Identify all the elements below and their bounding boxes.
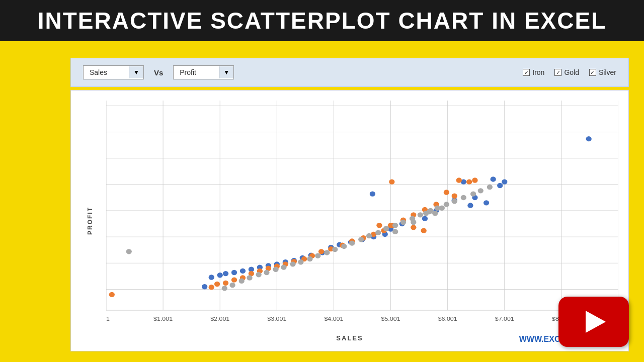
svg-text:$7,001: $7,001	[495, 315, 514, 321]
svg-point-140	[478, 188, 484, 193]
svg-point-120	[307, 256, 312, 261]
svg-point-43	[467, 203, 473, 208]
svg-text:$2,001: $2,001	[210, 315, 229, 321]
svg-text:$6,001: $6,001	[438, 315, 457, 321]
content-wrapper: Sales ▼ Vs Profit ▼ ✓ Iron ✓ Gold ✓ Silv…	[70, 58, 629, 352]
x-axis-value: Sales	[84, 66, 129, 79]
x-axis-arrow[interactable]: ▼	[129, 66, 143, 78]
svg-point-112	[239, 279, 245, 284]
vs-label: Vs	[152, 68, 165, 77]
svg-point-66	[217, 273, 223, 278]
control-panel: Sales ▼ Vs Profit ▼ ✓ Iron ✓ Gold ✓ Silv…	[70, 58, 629, 87]
svg-point-45	[422, 216, 428, 221]
svg-point-99	[444, 190, 449, 195]
svg-point-100	[456, 177, 462, 183]
svg-point-126	[358, 237, 364, 242]
svg-point-68	[202, 284, 207, 289]
title-bar: INTERACTIVE SCATTERPLOT CHART IN EXCEL	[0, 0, 644, 41]
svg-point-139	[470, 191, 476, 196]
gold-label: Gold	[564, 68, 579, 76]
svg-point-133	[418, 212, 423, 217]
svg-point-137	[452, 199, 457, 204]
y-axis-label: PROFIT	[87, 207, 94, 235]
svg-point-128	[375, 230, 381, 235]
svg-point-146	[439, 206, 445, 211]
y-axis-arrow[interactable]: ▼	[219, 66, 233, 78]
svg-point-107	[411, 225, 416, 230]
svg-point-127	[366, 233, 372, 238]
svg-point-118	[290, 261, 295, 266]
svg-point-76	[223, 281, 228, 286]
svg-point-136	[444, 202, 449, 207]
gold-checkbox[interactable]: ✓	[554, 69, 561, 76]
silver-checkbox[interactable]: ✓	[589, 69, 596, 76]
svg-point-75	[214, 282, 220, 287]
svg-point-74	[209, 285, 214, 290]
scatter-chart: $401.0 $351.0 $301.0 $251.0 $201.0 $151.…	[106, 101, 618, 321]
svg-point-121	[315, 253, 320, 258]
svg-point-108	[452, 194, 457, 199]
svg-point-122	[324, 250, 330, 255]
svg-point-110	[222, 286, 227, 291]
y-axis-value: Profit	[174, 66, 219, 79]
svg-point-70	[502, 179, 507, 184]
page-title: INTERACTIVE SCATTERPLOT CHART IN EXCEL	[38, 7, 607, 34]
svg-text:$1: $1	[106, 315, 110, 321]
svg-point-116	[273, 267, 278, 272]
svg-point-124	[341, 244, 347, 249]
svg-point-77	[231, 277, 237, 282]
x-axis-label: SALES	[336, 334, 363, 342]
svg-point-106	[472, 177, 477, 183]
svg-point-38	[586, 136, 592, 141]
svg-point-67	[209, 275, 214, 280]
svg-text:$1,001: $1,001	[153, 315, 173, 321]
svg-text:$4,001: $4,001	[324, 315, 343, 321]
svg-point-111	[229, 283, 235, 288]
svg-point-138	[461, 195, 466, 200]
svg-point-147	[428, 208, 433, 213]
legend-silver[interactable]: ✓ Silver	[589, 68, 616, 76]
legend-iron[interactable]: ✓ Iron	[523, 68, 544, 76]
youtube-play-icon	[586, 311, 606, 333]
svg-point-143	[411, 220, 416, 225]
svg-point-109	[126, 249, 132, 254]
svg-point-65	[223, 271, 228, 276]
svg-text:$5,001: $5,001	[381, 315, 400, 321]
svg-point-69	[491, 176, 496, 182]
x-axis-dropdown[interactable]: Sales ▼	[83, 65, 144, 79]
youtube-button[interactable]	[558, 297, 629, 347]
svg-point-73	[109, 292, 115, 297]
svg-point-71	[497, 183, 503, 188]
svg-point-123	[332, 247, 338, 252]
svg-point-87	[318, 249, 324, 254]
svg-point-131	[400, 220, 406, 225]
svg-point-130	[392, 223, 398, 228]
svg-point-64	[231, 270, 237, 275]
svg-point-114	[256, 272, 261, 277]
svg-point-42	[484, 200, 489, 205]
svg-point-141	[487, 185, 493, 190]
svg-point-129	[383, 226, 389, 231]
y-axis-dropdown[interactable]: Profit ▼	[173, 65, 234, 79]
legend-group: ✓ Iron ✓ Gold ✓ Silver	[523, 68, 616, 76]
iron-checkbox[interactable]: ✓	[523, 69, 530, 76]
svg-point-125	[349, 240, 355, 245]
svg-point-105	[389, 179, 394, 184]
svg-point-142	[392, 229, 398, 234]
svg-point-101	[466, 179, 472, 184]
svg-text:$3,001: $3,001	[267, 315, 286, 321]
svg-point-117	[281, 264, 286, 269]
legend-gold[interactable]: ✓ Gold	[554, 68, 579, 76]
svg-point-113	[247, 275, 252, 280]
chart-container: PROFIT SALES WWW.EXCELCRAZY.COM	[70, 90, 629, 351]
svg-point-39	[370, 191, 375, 196]
iron-label: Iron	[532, 68, 544, 76]
svg-point-119	[298, 259, 303, 264]
svg-point-104	[421, 228, 427, 233]
svg-point-102	[376, 223, 382, 228]
silver-label: Silver	[599, 68, 616, 76]
svg-point-63	[240, 268, 246, 274]
svg-point-115	[264, 270, 269, 275]
